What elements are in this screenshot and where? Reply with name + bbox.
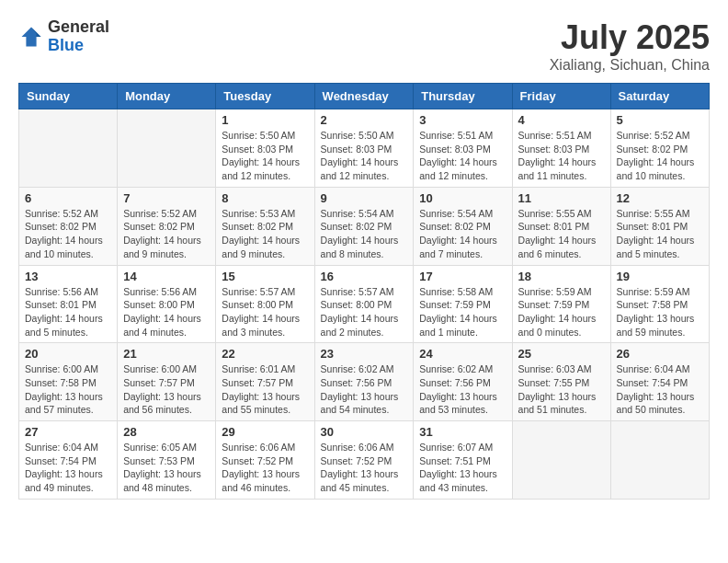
day-info: Sunrise: 5:52 AMSunset: 8:02 PMDaylight:… (25, 207, 111, 261)
day-number: 5 (617, 113, 703, 127)
day-info: Sunrise: 6:06 AMSunset: 7:52 PMDaylight:… (222, 441, 308, 495)
day-info: Sunrise: 6:02 AMSunset: 7:56 PMDaylight:… (419, 362, 506, 417)
calendar-cell: 12Sunrise: 5:55 AMSunset: 8:01 PMDayligh… (610, 187, 709, 265)
day-info: Sunrise: 5:50 AMSunset: 8:03 PMDaylight:… (222, 129, 308, 183)
day-info: Sunrise: 5:58 AMSunset: 7:59 PMDaylight:… (419, 285, 506, 339)
logo-icon (18, 24, 44, 50)
day-info: Sunrise: 5:59 AMSunset: 7:58 PMDaylight:… (617, 285, 703, 339)
day-info: Sunrise: 5:55 AMSunset: 8:01 PMDaylight:… (617, 207, 703, 261)
day-info: Sunrise: 5:57 AMSunset: 8:00 PMDaylight:… (222, 285, 308, 339)
calendar-cell: 15Sunrise: 5:57 AMSunset: 8:00 PMDayligh… (216, 265, 314, 343)
day-info: Sunrise: 6:04 AMSunset: 7:54 PMDaylight:… (617, 362, 703, 417)
day-info: Sunrise: 5:50 AMSunset: 8:03 PMDaylight:… (321, 129, 408, 183)
day-number: 30 (321, 425, 408, 439)
day-info: Sunrise: 6:02 AMSunset: 7:56 PMDaylight:… (321, 362, 408, 417)
calendar-cell: 24Sunrise: 6:02 AMSunset: 7:56 PMDayligh… (414, 343, 512, 421)
day-info: Sunrise: 5:52 AMSunset: 8:02 PMDaylight:… (617, 129, 703, 183)
calendar-week-row: 1Sunrise: 5:50 AMSunset: 8:03 PMDaylight… (19, 109, 710, 188)
day-number: 7 (123, 191, 210, 205)
day-number: 19 (617, 270, 703, 283)
day-info: Sunrise: 5:55 AMSunset: 8:01 PMDaylight:… (518, 207, 605, 261)
day-info: Sunrise: 6:05 AMSunset: 7:53 PMDaylight:… (123, 441, 210, 495)
day-info: Sunrise: 6:06 AMSunset: 7:52 PMDaylight:… (321, 441, 408, 495)
location-text: Xialiang, Sichuan, China (550, 57, 710, 74)
day-info: Sunrise: 6:00 AMSunset: 7:57 PMDaylight:… (123, 362, 210, 417)
day-info: Sunrise: 5:56 AMSunset: 8:00 PMDaylight:… (123, 285, 210, 339)
day-number: 27 (25, 425, 111, 439)
calendar-cell: 18Sunrise: 5:59 AMSunset: 7:59 PMDayligh… (512, 265, 610, 343)
day-number: 24 (419, 347, 506, 361)
calendar-cell: 13Sunrise: 5:56 AMSunset: 8:01 PMDayligh… (19, 265, 118, 343)
day-number: 11 (518, 191, 605, 205)
calendar-cell: 4Sunrise: 5:51 AMSunset: 8:03 PMDaylight… (512, 109, 610, 188)
calendar-header-monday: Monday (118, 84, 216, 109)
calendar-cell: 16Sunrise: 5:57 AMSunset: 8:00 PMDayligh… (314, 265, 414, 343)
calendar-cell: 26Sunrise: 6:04 AMSunset: 7:54 PMDayligh… (610, 343, 709, 421)
day-info: Sunrise: 6:00 AMSunset: 7:58 PMDaylight:… (25, 362, 111, 417)
day-info: Sunrise: 5:53 AMSunset: 8:02 PMDaylight:… (222, 207, 308, 261)
calendar-cell (610, 421, 709, 500)
title-section: July 2025 Xialiang, Sichuan, China (550, 18, 710, 74)
day-number: 4 (518, 113, 605, 127)
day-number: 16 (321, 270, 408, 283)
calendar-cell: 30Sunrise: 6:06 AMSunset: 7:52 PMDayligh… (314, 421, 414, 500)
calendar-cell: 21Sunrise: 6:00 AMSunset: 7:57 PMDayligh… (118, 343, 216, 421)
day-info: Sunrise: 5:56 AMSunset: 8:01 PMDaylight:… (25, 285, 111, 339)
calendar-cell: 17Sunrise: 5:58 AMSunset: 7:59 PMDayligh… (414, 265, 512, 343)
day-number: 25 (518, 347, 605, 361)
calendar-cell: 28Sunrise: 6:05 AMSunset: 7:53 PMDayligh… (118, 421, 216, 500)
day-number: 31 (419, 425, 506, 439)
day-info: Sunrise: 6:04 AMSunset: 7:54 PMDaylight:… (25, 441, 111, 495)
day-number: 3 (419, 113, 506, 127)
calendar-week-row: 6Sunrise: 5:52 AMSunset: 8:02 PMDaylight… (19, 187, 710, 265)
day-number: 15 (222, 270, 308, 283)
calendar-cell: 14Sunrise: 5:56 AMSunset: 8:00 PMDayligh… (118, 265, 216, 343)
calendar-week-row: 27Sunrise: 6:04 AMSunset: 7:54 PMDayligh… (19, 421, 710, 500)
calendar-cell: 22Sunrise: 6:01 AMSunset: 7:57 PMDayligh… (216, 343, 314, 421)
calendar-header-sunday: Sunday (19, 84, 118, 109)
calendar-week-row: 20Sunrise: 6:00 AMSunset: 7:58 PMDayligh… (19, 343, 710, 421)
calendar-cell: 31Sunrise: 6:07 AMSunset: 7:51 PMDayligh… (414, 421, 512, 500)
day-number: 14 (123, 270, 210, 283)
calendar-cell: 5Sunrise: 5:52 AMSunset: 8:02 PMDaylight… (610, 109, 709, 188)
calendar-cell: 11Sunrise: 5:55 AMSunset: 8:01 PMDayligh… (512, 187, 610, 265)
day-info: Sunrise: 5:52 AMSunset: 8:02 PMDaylight:… (123, 207, 210, 261)
calendar-header-thursday: Thursday (414, 84, 512, 109)
calendar-cell (512, 421, 610, 500)
day-info: Sunrise: 5:51 AMSunset: 8:03 PMDaylight:… (419, 129, 506, 183)
day-number: 23 (321, 347, 408, 361)
day-info: Sunrise: 6:01 AMSunset: 7:57 PMDaylight:… (222, 362, 308, 417)
day-number: 10 (419, 191, 506, 205)
calendar-cell (19, 109, 118, 188)
month-title: July 2025 (550, 18, 710, 57)
day-number: 22 (222, 347, 308, 361)
calendar-header-friday: Friday (512, 84, 610, 109)
calendar-cell (118, 109, 216, 188)
calendar-cell: 25Sunrise: 6:03 AMSunset: 7:55 PMDayligh… (512, 343, 610, 421)
calendar-cell: 27Sunrise: 6:04 AMSunset: 7:54 PMDayligh… (19, 421, 118, 500)
day-number: 20 (25, 347, 111, 361)
day-number: 26 (617, 347, 703, 361)
day-info: Sunrise: 6:03 AMSunset: 7:55 PMDaylight:… (518, 362, 605, 417)
calendar-cell: 1Sunrise: 5:50 AMSunset: 8:03 PMDaylight… (216, 109, 314, 188)
day-number: 2 (321, 113, 408, 127)
day-info: Sunrise: 5:57 AMSunset: 8:00 PMDaylight:… (321, 285, 408, 339)
day-number: 1 (222, 113, 308, 127)
day-number: 8 (222, 191, 308, 205)
day-info: Sunrise: 5:51 AMSunset: 8:03 PMDaylight:… (518, 129, 605, 183)
day-number: 29 (222, 425, 308, 439)
logo: General Blue (18, 18, 109, 55)
day-info: Sunrise: 5:54 AMSunset: 8:02 PMDaylight:… (419, 207, 506, 261)
day-number: 17 (419, 270, 506, 283)
day-info: Sunrise: 6:07 AMSunset: 7:51 PMDaylight:… (419, 441, 506, 495)
day-number: 9 (321, 191, 408, 205)
calendar-cell: 23Sunrise: 6:02 AMSunset: 7:56 PMDayligh… (314, 343, 414, 421)
calendar-header-row: SundayMondayTuesdayWednesdayThursdayFrid… (19, 84, 710, 109)
calendar-header-tuesday: Tuesday (216, 84, 314, 109)
calendar-header-wednesday: Wednesday (314, 84, 414, 109)
calendar-cell: 8Sunrise: 5:53 AMSunset: 8:02 PMDaylight… (216, 187, 314, 265)
day-number: 12 (617, 191, 703, 205)
day-number: 18 (518, 270, 605, 283)
logo-blue-text: Blue (48, 37, 109, 55)
page-header: General Blue July 2025 Xialiang, Sichuan… (18, 18, 710, 74)
